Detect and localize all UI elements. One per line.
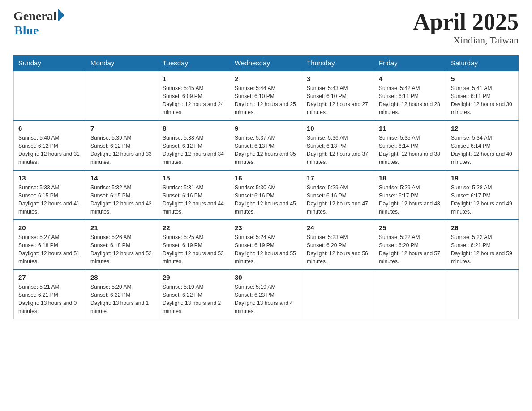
calendar-week-row: 13Sunrise: 5:33 AMSunset: 6:15 PMDayligh… <box>14 170 519 220</box>
logo-blue-text: Blue <box>14 23 39 38</box>
calendar-cell: 10Sunrise: 5:36 AMSunset: 6:13 PMDayligh… <box>302 120 374 170</box>
calendar-cell: 20Sunrise: 5:27 AMSunset: 6:18 PMDayligh… <box>14 220 86 270</box>
day-number: 2 <box>235 75 297 82</box>
calendar-header: SundayMondayTuesdayWednesdayThursdayFrid… <box>14 56 519 71</box>
calendar-cell <box>86 71 158 120</box>
calendar-cell: 26Sunrise: 5:22 AMSunset: 6:21 PMDayligh… <box>446 220 519 270</box>
logo-arrow-icon <box>58 9 64 21</box>
location-title: Xindian, Taiwan <box>413 34 519 46</box>
day-info: Sunrise: 5:30 AMSunset: 6:16 PMDaylight:… <box>235 184 297 216</box>
day-number: 17 <box>307 174 369 182</box>
day-info: Sunrise: 5:21 AMSunset: 6:21 PMDaylight:… <box>18 283 81 315</box>
calendar-cell: 15Sunrise: 5:31 AMSunset: 6:16 PMDayligh… <box>158 170 230 220</box>
day-number: 27 <box>18 274 81 281</box>
calendar-cell: 21Sunrise: 5:26 AMSunset: 6:18 PMDayligh… <box>86 220 158 270</box>
calendar-cell: 6Sunrise: 5:40 AMSunset: 6:12 PMDaylight… <box>14 120 86 170</box>
calendar-cell: 28Sunrise: 5:20 AMSunset: 6:22 PMDayligh… <box>86 270 158 319</box>
day-number: 28 <box>90 274 153 281</box>
day-info: Sunrise: 5:43 AMSunset: 6:10 PMDaylight:… <box>307 84 369 116</box>
calendar-cell: 25Sunrise: 5:22 AMSunset: 6:20 PMDayligh… <box>374 220 446 270</box>
day-info: Sunrise: 5:29 AMSunset: 6:16 PMDaylight:… <box>307 184 369 216</box>
day-number: 18 <box>379 174 442 182</box>
day-number: 19 <box>451 174 514 182</box>
day-of-week-header: Sunday <box>14 56 86 71</box>
day-info: Sunrise: 5:33 AMSunset: 6:15 PMDaylight:… <box>18 184 81 216</box>
day-info: Sunrise: 5:27 AMSunset: 6:18 PMDaylight:… <box>18 233 81 265</box>
day-info: Sunrise: 5:39 AMSunset: 6:12 PMDaylight:… <box>90 134 153 166</box>
day-info: Sunrise: 5:40 AMSunset: 6:12 PMDaylight:… <box>18 134 81 166</box>
day-info: Sunrise: 5:20 AMSunset: 6:22 PMDaylight:… <box>90 283 153 315</box>
day-info: Sunrise: 5:24 AMSunset: 6:19 PMDaylight:… <box>235 233 297 265</box>
day-info: Sunrise: 5:31 AMSunset: 6:16 PMDaylight:… <box>163 184 225 216</box>
page-header: General Blue April 2025 Xindian, Taiwan <box>13 9 519 46</box>
day-number: 7 <box>90 124 153 132</box>
day-info: Sunrise: 5:44 AMSunset: 6:10 PMDaylight:… <box>235 84 297 116</box>
day-number: 20 <box>18 224 81 231</box>
calendar-table: SundayMondayTuesdayWednesdayThursdayFrid… <box>13 55 519 319</box>
calendar-week-row: 6Sunrise: 5:40 AMSunset: 6:12 PMDaylight… <box>14 120 519 170</box>
day-info: Sunrise: 5:35 AMSunset: 6:14 PMDaylight:… <box>379 134 442 166</box>
calendar-week-row: 27Sunrise: 5:21 AMSunset: 6:21 PMDayligh… <box>14 270 519 319</box>
day-info: Sunrise: 5:41 AMSunset: 6:11 PMDaylight:… <box>451 84 514 116</box>
calendar-cell: 9Sunrise: 5:37 AMSunset: 6:13 PMDaylight… <box>230 120 302 170</box>
logo: General Blue <box>13 9 64 38</box>
calendar-cell: 2Sunrise: 5:44 AMSunset: 6:10 PMDaylight… <box>230 71 302 120</box>
day-number: 13 <box>18 174 81 182</box>
day-number: 14 <box>90 174 153 182</box>
day-info: Sunrise: 5:42 AMSunset: 6:11 PMDaylight:… <box>379 84 442 116</box>
day-of-week-header: Friday <box>374 56 446 71</box>
calendar-week-row: 20Sunrise: 5:27 AMSunset: 6:18 PMDayligh… <box>14 220 519 270</box>
day-number: 10 <box>307 124 369 132</box>
day-info: Sunrise: 5:19 AMSunset: 6:23 PMDaylight:… <box>235 283 297 315</box>
day-info: Sunrise: 5:23 AMSunset: 6:20 PMDaylight:… <box>307 233 369 265</box>
day-info: Sunrise: 5:34 AMSunset: 6:14 PMDaylight:… <box>451 134 514 166</box>
day-number: 21 <box>90 224 153 231</box>
calendar-cell: 19Sunrise: 5:28 AMSunset: 6:17 PMDayligh… <box>446 170 519 220</box>
day-number: 22 <box>163 224 225 231</box>
day-info: Sunrise: 5:28 AMSunset: 6:17 PMDaylight:… <box>451 184 514 216</box>
calendar-body: 1Sunrise: 5:45 AMSunset: 6:09 PMDaylight… <box>14 71 519 319</box>
calendar-cell: 29Sunrise: 5:19 AMSunset: 6:22 PMDayligh… <box>158 270 230 319</box>
day-number: 6 <box>18 124 81 132</box>
day-number: 24 <box>307 224 369 231</box>
day-number: 4 <box>379 75 442 82</box>
calendar-cell: 3Sunrise: 5:43 AMSunset: 6:10 PMDaylight… <box>302 71 374 120</box>
day-number: 9 <box>235 124 297 132</box>
day-number: 25 <box>379 224 442 231</box>
day-number: 1 <box>163 75 225 82</box>
day-number: 16 <box>235 174 297 182</box>
day-number: 23 <box>235 224 297 231</box>
calendar-cell: 23Sunrise: 5:24 AMSunset: 6:19 PMDayligh… <box>230 220 302 270</box>
month-title: April 2025 <box>413 9 519 34</box>
calendar-cell: 8Sunrise: 5:38 AMSunset: 6:12 PMDaylight… <box>158 120 230 170</box>
calendar-cell: 18Sunrise: 5:29 AMSunset: 6:17 PMDayligh… <box>374 170 446 220</box>
calendar-cell: 22Sunrise: 5:25 AMSunset: 6:19 PMDayligh… <box>158 220 230 270</box>
day-of-week-header: Wednesday <box>230 56 302 71</box>
calendar-cell: 5Sunrise: 5:41 AMSunset: 6:11 PMDaylight… <box>446 71 519 120</box>
day-info: Sunrise: 5:25 AMSunset: 6:19 PMDaylight:… <box>163 233 225 265</box>
title-area: April 2025 Xindian, Taiwan <box>413 9 519 46</box>
day-info: Sunrise: 5:29 AMSunset: 6:17 PMDaylight:… <box>379 184 442 216</box>
calendar-cell: 4Sunrise: 5:42 AMSunset: 6:11 PMDaylight… <box>374 71 446 120</box>
calendar-week-row: 1Sunrise: 5:45 AMSunset: 6:09 PMDaylight… <box>14 71 519 120</box>
calendar-cell: 12Sunrise: 5:34 AMSunset: 6:14 PMDayligh… <box>446 120 519 170</box>
calendar-cell: 30Sunrise: 5:19 AMSunset: 6:23 PMDayligh… <box>230 270 302 319</box>
day-number: 26 <box>451 224 514 231</box>
calendar-cell: 1Sunrise: 5:45 AMSunset: 6:09 PMDaylight… <box>158 71 230 120</box>
day-of-week-header: Tuesday <box>158 56 230 71</box>
calendar-cell: 14Sunrise: 5:32 AMSunset: 6:15 PMDayligh… <box>86 170 158 220</box>
day-info: Sunrise: 5:32 AMSunset: 6:15 PMDaylight:… <box>90 184 153 216</box>
logo-general-text: General <box>13 9 56 23</box>
day-info: Sunrise: 5:36 AMSunset: 6:13 PMDaylight:… <box>307 134 369 166</box>
day-info: Sunrise: 5:45 AMSunset: 6:09 PMDaylight:… <box>163 84 225 116</box>
day-number: 29 <box>163 274 225 281</box>
header-row: SundayMondayTuesdayWednesdayThursdayFrid… <box>14 56 519 71</box>
calendar-cell: 27Sunrise: 5:21 AMSunset: 6:21 PMDayligh… <box>14 270 86 319</box>
day-info: Sunrise: 5:22 AMSunset: 6:20 PMDaylight:… <box>379 233 442 265</box>
day-number: 15 <box>163 174 225 182</box>
day-number: 5 <box>451 75 514 82</box>
day-info: Sunrise: 5:26 AMSunset: 6:18 PMDaylight:… <box>90 233 153 265</box>
day-info: Sunrise: 5:37 AMSunset: 6:13 PMDaylight:… <box>235 134 297 166</box>
calendar-cell: 24Sunrise: 5:23 AMSunset: 6:20 PMDayligh… <box>302 220 374 270</box>
calendar-cell: 7Sunrise: 5:39 AMSunset: 6:12 PMDaylight… <box>86 120 158 170</box>
